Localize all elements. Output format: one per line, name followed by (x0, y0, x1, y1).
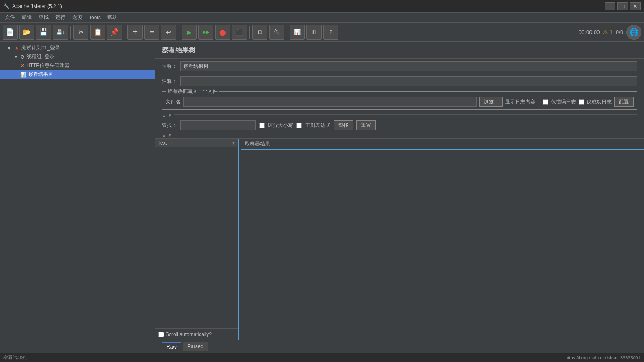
http-header-icon: ✕ (20, 62, 25, 69)
add-button[interactable]: + (127, 25, 143, 40)
shutdown-button[interactable]: ⬛ (232, 25, 247, 40)
divider-arrows-top: ▲ ▼ (155, 112, 644, 119)
minimize-button[interactable]: — (605, 2, 615, 10)
globe-button[interactable]: 🌐 (626, 25, 641, 40)
remove-button[interactable]: − (144, 25, 159, 40)
errors-only-checkbox[interactable] (543, 99, 548, 105)
remote-stop-button[interactable]: 🔌 (269, 25, 284, 40)
group-icon: ⚙ (20, 54, 25, 60)
menu-edit[interactable]: 编辑 (18, 13, 35, 22)
success-only-checkbox[interactable] (579, 99, 584, 105)
main-area: ▼ 🔺 测试计划01_登录 ▼ ⚙ 线程组_登录 ✕ HTTP信息头管理器 📊 … (0, 42, 644, 353)
menu-search[interactable]: 查找 (35, 13, 52, 22)
drag-handle-bottom[interactable] (174, 134, 637, 137)
tree-item-group[interactable]: ▼ ⚙ 线程组_登录 (0, 52, 155, 61)
counter-display: 0/0 (616, 29, 623, 35)
stop-button[interactable]: ⬤ (215, 25, 230, 40)
copy-button[interactable]: 📋 (90, 25, 105, 40)
status-right: https://blog.csdn.net/sinat_36665091 (565, 355, 641, 360)
arrow-up: ▲ (162, 113, 166, 118)
success-only-label: 仅成功日志 (587, 98, 612, 106)
divider-arrows-bottom: ▲ ▼ (155, 132, 644, 138)
menu-run[interactable]: 运行 (52, 13, 69, 22)
menu-bar: 文件 编辑 查找 运行 选项 Tools 帮助 (0, 13, 644, 23)
section-title: 察看结果树 (155, 42, 644, 59)
menu-options[interactable]: 选项 (69, 13, 86, 22)
open-button[interactable]: 📂 (19, 25, 34, 40)
bottom-tabs: Raw Parsed (155, 340, 644, 353)
plan-label: 测试计划01_登录 (21, 44, 60, 52)
list-content (155, 147, 238, 328)
file-row: 文件名 浏览... 显示日志内容： 仅错误日志 仅成功日志 配置 (166, 97, 634, 107)
plan-expand-icon: ▼ (7, 45, 12, 51)
save-as-button[interactable]: 💾↓ (53, 25, 68, 40)
list-panel: Text ▼ Scroll automatically? (155, 139, 239, 340)
text-dropdown: Text (158, 140, 230, 146)
new-button[interactable]: 📄 (3, 25, 18, 40)
title-left: 🔧 Apache JMeter (5.2.1) (3, 3, 62, 9)
sampler-header: 取样器结果 (242, 139, 644, 150)
toolbar-sep3 (179, 26, 179, 39)
regex-label: 正则表达式 (305, 122, 330, 129)
search-row: 查找： 区分大小写 正则表达式 查找 重置 (155, 119, 644, 132)
help-button[interactable]: ? (323, 25, 338, 40)
sampler-panel: 取样器结果 (242, 139, 644, 340)
drag-handle-top[interactable] (174, 114, 637, 117)
find-button[interactable]: 查找 (334, 120, 353, 130)
comment-label: 注释： (162, 78, 177, 85)
toolbar-sep5 (287, 26, 287, 39)
list-header: Text ▼ (155, 139, 238, 147)
undo-button[interactable]: ↩ (161, 25, 176, 40)
name-input[interactable] (180, 61, 637, 71)
tree-item-plan[interactable]: ▼ 🔺 测试计划01_登录 (0, 44, 155, 52)
view-results-icon: 📊 (20, 72, 26, 78)
status-left: 察看结/3次。 (3, 354, 30, 361)
file-label: 文件名 (166, 98, 181, 106)
app-icon: 🔧 (3, 3, 10, 9)
maximize-button[interactable]: □ (617, 2, 628, 10)
menu-tools[interactable]: Tools (86, 14, 104, 21)
tree-item-http-header[interactable]: ✕ HTTP信息头管理器 (0, 61, 155, 70)
start-button[interactable]: ▶ (182, 25, 197, 40)
paste-button[interactable]: 📌 (107, 25, 122, 40)
toolbar-sep4 (249, 26, 250, 39)
reset-button[interactable]: 重置 (356, 120, 376, 130)
remote-start-button[interactable]: 🖥 (252, 25, 267, 40)
search-input[interactable] (180, 120, 256, 130)
case-sensitive-checkbox[interactable] (259, 123, 265, 128)
menu-help[interactable]: 帮助 (104, 13, 121, 22)
regex-checkbox[interactable] (296, 123, 302, 128)
errors-only-label: 仅错误日志 (551, 98, 576, 106)
arrow-down: ▼ (168, 113, 172, 118)
name-row: 名称： (155, 59, 644, 74)
tree-item-view-results[interactable]: 📊 察看结果树 (0, 70, 155, 79)
dropdown-arrow[interactable]: ▼ (231, 141, 236, 145)
comment-input[interactable] (180, 76, 637, 86)
file-input[interactable] (183, 97, 477, 107)
http-header-label: HTTP信息头管理器 (26, 62, 70, 69)
menu-file[interactable]: 文件 (2, 13, 18, 22)
tab-raw[interactable]: Raw (162, 342, 181, 351)
sampler-content (242, 150, 644, 340)
title-bar: 🔧 Apache JMeter (5.2.1) — □ ✕ (0, 0, 644, 13)
group-expand-icon: ▼ (13, 54, 18, 60)
toolbar-sep2 (125, 26, 125, 39)
scroll-auto-row: Scroll automatically? (155, 328, 238, 340)
browse-button[interactable]: 浏览... (479, 97, 503, 107)
tab-parsed[interactable]: Parsed (183, 342, 208, 351)
close-button[interactable]: ✕ (630, 2, 641, 10)
title-controls: — □ ✕ (605, 2, 641, 10)
template-button[interactable]: 📊 (290, 25, 305, 40)
scroll-auto-checkbox[interactable] (158, 332, 164, 337)
arrow-up2: ▲ (162, 133, 166, 137)
cut-button[interactable]: ✂ (73, 25, 88, 40)
comment-row: 注释： (155, 74, 644, 89)
toolbar: 📄 📂 💾 💾↓ ✂ 📋 📌 + − ↩ ▶ ▶▶ ⬤ ⬛ 🖥 🔌 📊 🗑 ? … (0, 23, 644, 42)
app-title: Apache JMeter (5.2.1) (12, 3, 62, 9)
clear-all-button[interactable]: 🗑 (306, 25, 322, 40)
status-bar: 察看结/3次。 https://blog.csdn.net/sinat_3666… (0, 353, 644, 362)
config-button[interactable]: 配置 (614, 97, 634, 107)
start-no-pause-button[interactable]: ▶▶ (198, 25, 213, 40)
save-button[interactable]: 💾 (36, 25, 51, 40)
toolbar-sep1 (70, 26, 71, 39)
